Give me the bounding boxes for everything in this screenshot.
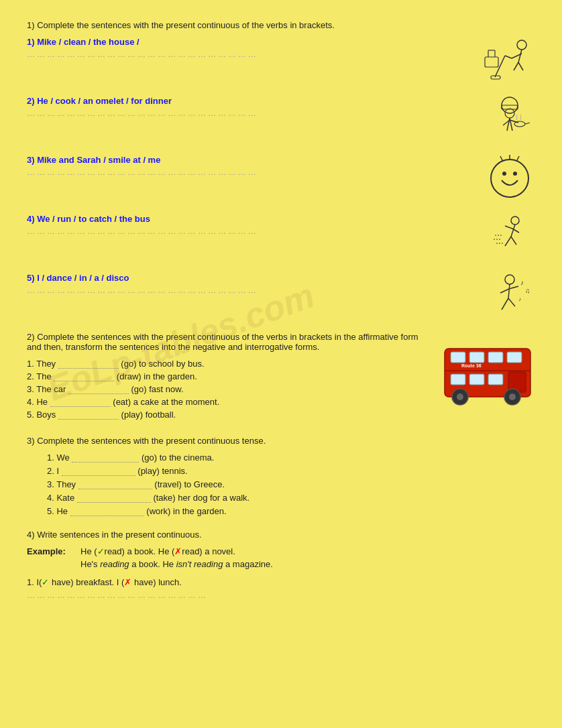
svg-rect-47 xyxy=(469,352,484,363)
section-2-title: 2) Complete the sentences with the prese… xyxy=(27,332,428,352)
exercise-label-3: 3) Mike and Sarah / smile at / me xyxy=(27,155,468,165)
illustration-running xyxy=(482,214,535,261)
section3-item-1: 1. We (go) to the cinema. xyxy=(47,452,535,463)
section2-item-4: 4. He (eat) a cake at the moment. xyxy=(27,397,428,407)
exercise-text-2: 2) He / cook / an omelet / for dinner ……… xyxy=(27,96,468,118)
section-3: 3) Complete the sentences with the prese… xyxy=(27,436,535,516)
svg-point-21 xyxy=(491,160,528,197)
exercise-item-2: 2) He / cook / an omelet / for dinner ……… xyxy=(27,96,535,143)
exercise-label-1: 1) Mike / clean / the house / xyxy=(27,37,468,47)
exercise-item-4: 4) We / run / to catch / the bus …………………… xyxy=(27,214,535,261)
exercise-dots-2: …………………………………………………………… xyxy=(27,109,468,118)
svg-rect-51 xyxy=(451,374,465,385)
example-line2: He's reading a book. He isn't reading a … xyxy=(80,559,273,569)
svg-rect-46 xyxy=(451,352,465,363)
gap-2[interactable] xyxy=(54,381,114,381)
svg-point-36 xyxy=(505,275,514,284)
s3-gap-1[interactable] xyxy=(72,462,139,463)
svg-line-6 xyxy=(495,56,505,77)
svg-rect-49 xyxy=(507,352,522,363)
illustration-cooking xyxy=(482,96,535,143)
svg-point-58 xyxy=(509,393,516,400)
svg-point-56 xyxy=(457,393,463,400)
svg-line-2 xyxy=(514,62,518,70)
gap-4[interactable] xyxy=(50,406,111,407)
section2-text-block: 2) Complete the sentences with the prese… xyxy=(27,332,428,422)
example-label: Example: xyxy=(27,546,80,556)
illustration-cleaning xyxy=(482,37,535,84)
svg-line-41 xyxy=(509,286,518,289)
svg-line-37 xyxy=(508,284,510,298)
cross-icon-2: ✗ xyxy=(124,577,131,587)
section3-item-3: 3. They (travel) to Greece. xyxy=(47,479,535,489)
gap-5[interactable] xyxy=(58,419,119,420)
svg-text:♫: ♫ xyxy=(525,287,530,294)
svg-point-22 xyxy=(502,172,506,176)
exercise-label-5: 5) I / dance / in / a / disco xyxy=(27,273,468,283)
cross-icon-1: ✗ xyxy=(174,546,182,556)
section4-item-1-text: 1. I(✓ have) breakfast. I (✗ have) lunch… xyxy=(27,577,535,587)
gap-3[interactable] xyxy=(68,393,129,394)
example-italic-2: isn't reading xyxy=(176,559,223,569)
section2-item-2: 2. The (draw) in the garden. xyxy=(27,371,428,381)
exercise-item-1: 1) Mike / clean / the house / …………………………… xyxy=(27,37,535,84)
section2-items: 1. They (go) to school by bus. 2. The (d… xyxy=(27,359,428,420)
exercise-item-3: 3) Mike and Sarah / smile at / me ………………… xyxy=(27,155,535,202)
exercise-text-3: 3) Mike and Sarah / smile at / me ………………… xyxy=(27,155,468,177)
svg-line-31 xyxy=(505,226,512,229)
section-3-title: 3) Complete the sentences with the prese… xyxy=(27,436,535,446)
svg-line-20 xyxy=(525,123,530,124)
exercise-text-4: 4) We / run / to catch / the bus …………………… xyxy=(27,214,468,236)
svg-point-0 xyxy=(517,40,526,50)
section3-items: 1. We (go) to the cinema. 2. I (play) te… xyxy=(47,452,535,516)
exercise-item-5: 5) I / dance / in / a / disco …………………………… xyxy=(27,273,535,320)
svg-rect-52 xyxy=(469,374,484,385)
section4-item-1: 1. I(✓ have) breakfast. I (✗ have) lunch… xyxy=(27,577,535,600)
check-icon-1: ✓ xyxy=(97,546,105,556)
gap-1[interactable] xyxy=(58,368,119,369)
svg-line-29 xyxy=(505,237,511,246)
svg-line-3 xyxy=(518,62,523,70)
section-1: 1) Complete the sentences with the prese… xyxy=(27,20,535,320)
section2-item-5: 5. Boys (play) football. xyxy=(27,410,428,420)
section-4: 4) Write sentences in the present contin… xyxy=(27,530,535,600)
s3-gap-4[interactable] xyxy=(77,502,151,503)
svg-line-5 xyxy=(505,56,512,58)
section4-dots-1: ……………………………………………… xyxy=(27,591,535,600)
section3-item-5: 5. He (work) in the garden. xyxy=(47,506,535,516)
example-italic-1: reading xyxy=(100,559,129,569)
exercise-label-4: 4) We / run / to catch / the bus xyxy=(27,214,468,224)
section2-content-row: 2) Complete the sentences with the prese… xyxy=(27,332,535,422)
section3-item-2: 2. I (play) tennis. xyxy=(47,466,535,476)
section4-content: Example: He (✓read) a book. He (✗read) a… xyxy=(27,546,535,600)
section-2: 2) Complete the sentences with the prese… xyxy=(27,332,535,422)
svg-text:♪: ♪ xyxy=(518,296,521,302)
section3-item-4: 4. Kate (take) her dog for a walk. xyxy=(47,493,535,503)
s3-gap-3[interactable] xyxy=(78,489,152,489)
svg-rect-53 xyxy=(488,374,503,385)
svg-line-39 xyxy=(508,298,515,306)
svg-text:Route 36: Route 36 xyxy=(461,363,482,368)
exercise-text-5: 5) I / dance / in / a / disco …………………………… xyxy=(27,273,468,295)
section2-item-3: 3. The car (go) fast now. xyxy=(27,384,428,394)
s3-gap-5[interactable] xyxy=(70,515,144,516)
illustration-dancing: ♪ ♫ ♪ xyxy=(482,273,535,320)
example-row-1: Example: He (✓read) a book. He (✗read) a… xyxy=(27,546,535,556)
exercise-label-2: 2) He / cook / an omelet / for dinner xyxy=(27,96,468,106)
check-icon-2: ✓ xyxy=(42,577,49,587)
section-4-title: 4) Write sentences in the present contin… xyxy=(27,530,535,540)
example-row-2: He's reading a book. He isn't reading a … xyxy=(27,559,535,569)
svg-line-30 xyxy=(511,237,516,245)
example-line1: He (✓read) a book. He (✗read) a novel. xyxy=(80,546,235,556)
bus-illustration: Route 36 xyxy=(441,339,535,411)
section2-item-1: 1. They (go) to school by bus. xyxy=(27,359,428,369)
exercise-dots-3: …………………………………………………………… xyxy=(27,168,468,177)
svg-line-38 xyxy=(502,298,508,310)
svg-point-23 xyxy=(513,172,517,176)
svg-point-27 xyxy=(511,217,519,225)
svg-rect-8 xyxy=(485,57,498,67)
svg-line-28 xyxy=(511,225,515,237)
svg-text:♪: ♪ xyxy=(520,279,524,286)
exercise-dots-1: …………………………………………………………… xyxy=(27,50,468,59)
s3-gap-2[interactable] xyxy=(62,475,135,476)
